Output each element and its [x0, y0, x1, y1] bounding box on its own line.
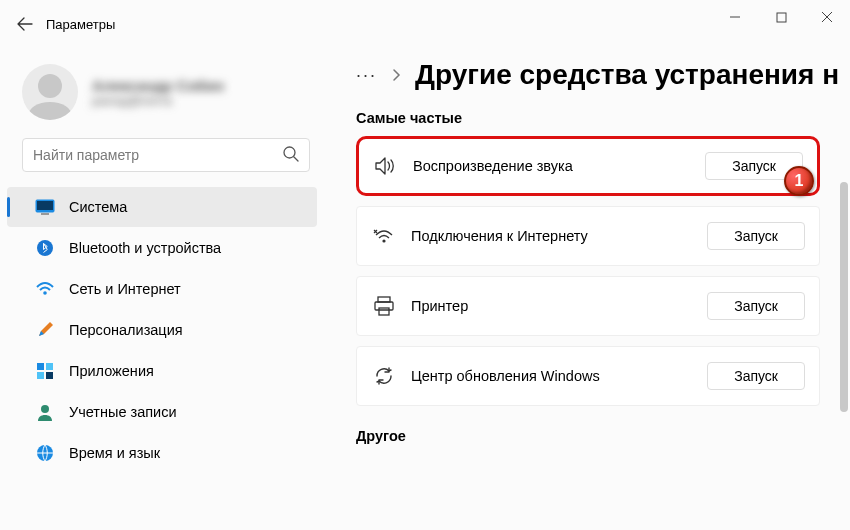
run-button[interactable]: Запуск — [707, 292, 805, 320]
svg-rect-10 — [46, 372, 53, 379]
svg-rect-7 — [37, 363, 44, 370]
run-button[interactable]: Запуск — [707, 222, 805, 250]
minimize-icon — [729, 11, 741, 23]
netwifi-icon — [373, 225, 395, 247]
titlebar: Параметры — [0, 0, 850, 48]
breadcrumb: ··· Другие средства устранения н — [356, 54, 850, 96]
breadcrumb-more[interactable]: ··· — [356, 65, 377, 86]
close-button[interactable] — [804, 0, 850, 34]
window-title: Параметры — [46, 17, 115, 32]
sidebar-item-label: Персонализация — [69, 322, 183, 338]
minimize-button[interactable] — [712, 0, 758, 34]
section-frequent-label: Самые частые — [356, 110, 850, 126]
monitor-icon — [35, 197, 55, 217]
sidebar-item-label: Bluetooth и устройства — [69, 240, 221, 256]
sidebar-item-system[interactable]: Система — [7, 187, 317, 227]
globe-icon — [35, 443, 55, 463]
person-icon — [35, 402, 55, 422]
sidebar-item-label: Сеть и Интернет — [69, 281, 181, 297]
sidebar-item-label: Система — [69, 199, 127, 215]
profile-text: Александр Собин разгад@почта — [92, 77, 224, 108]
apps-icon — [35, 361, 55, 381]
section-other-label: Другое — [356, 428, 850, 444]
svg-rect-16 — [375, 302, 393, 310]
back-button[interactable] — [8, 7, 42, 41]
bluetooth-icon — [35, 238, 55, 258]
sidebar-item-time-language[interactable]: Время и язык — [7, 433, 317, 473]
sidebar-item-label: Время и язык — [69, 445, 160, 461]
main-panel: ··· Другие средства устранения н Самые ч… — [328, 48, 850, 530]
troubleshooter-list: Воспроизведение звука Запуск Подключения… — [356, 136, 850, 406]
close-icon — [821, 11, 833, 23]
run-button[interactable]: Запуск — [707, 362, 805, 390]
sidebar-item-apps[interactable]: Приложения — [7, 351, 317, 391]
sound-icon — [375, 155, 397, 177]
scrollbar[interactable] — [840, 182, 848, 520]
page-title: Другие средства устранения н — [415, 59, 839, 91]
troubleshooter-label: Принтер — [411, 298, 691, 314]
content-area: Александр Собин разгад@почта Система Blu… — [0, 48, 850, 530]
svg-point-11 — [41, 405, 49, 413]
troubleshooter-label: Подключения к Интернету — [411, 228, 691, 244]
svg-point-1 — [284, 147, 295, 158]
svg-rect-3 — [37, 201, 53, 210]
sidebar-item-personalization[interactable]: Персонализация — [7, 310, 317, 350]
sidebar-item-label: Учетные записи — [69, 404, 177, 420]
sidebar-nav: Система Bluetooth и устройства Сеть и Ин… — [0, 186, 328, 530]
svg-rect-9 — [37, 372, 44, 379]
svg-rect-4 — [41, 213, 49, 215]
troubleshooter-printer[interactable]: Принтер Запуск — [356, 276, 820, 336]
maximize-button[interactable] — [758, 0, 804, 34]
svg-point-14 — [382, 239, 385, 242]
arrow-left-icon — [17, 16, 33, 32]
troubleshooter-internet[interactable]: Подключения к Интернету Запуск — [356, 206, 820, 266]
wifi-icon — [35, 279, 55, 299]
sidebar-item-bluetooth[interactable]: Bluetooth и устройства — [7, 228, 317, 268]
search-box — [22, 138, 310, 172]
avatar — [22, 64, 78, 120]
search-icon — [282, 145, 300, 163]
chevron-right-icon — [391, 68, 401, 82]
sidebar: Александр Собин разгад@почта Система Blu… — [0, 48, 328, 530]
window-controls — [712, 0, 850, 34]
profile-email: разгад@почта — [92, 94, 224, 108]
sidebar-item-label: Приложения — [69, 363, 154, 379]
annotation-badge: 1 — [784, 166, 814, 196]
refresh-icon — [373, 365, 395, 387]
svg-rect-0 — [777, 13, 786, 22]
troubleshooter-label: Воспроизведение звука — [413, 158, 689, 174]
printer-icon — [373, 295, 395, 317]
troubleshooter-audio[interactable]: Воспроизведение звука Запуск — [356, 136, 820, 196]
troubleshooter-label: Центр обновления Windows — [411, 368, 691, 384]
settings-window: Параметры Александр Собин разгад@почта — [0, 0, 850, 530]
svg-rect-15 — [378, 297, 390, 302]
brush-icon — [35, 320, 55, 340]
sidebar-item-accounts[interactable]: Учетные записи — [7, 392, 317, 432]
profile-block[interactable]: Александр Собин разгад@почта — [0, 56, 328, 134]
sidebar-item-network[interactable]: Сеть и Интернет — [7, 269, 317, 309]
maximize-icon — [776, 12, 787, 23]
svg-rect-8 — [46, 363, 53, 370]
profile-name: Александр Собин — [92, 77, 224, 94]
scrollbar-thumb[interactable] — [840, 182, 848, 412]
svg-point-6 — [43, 291, 47, 295]
search-input[interactable] — [22, 138, 310, 172]
troubleshooter-windows-update[interactable]: Центр обновления Windows Запуск — [356, 346, 820, 406]
svg-rect-17 — [379, 308, 389, 315]
